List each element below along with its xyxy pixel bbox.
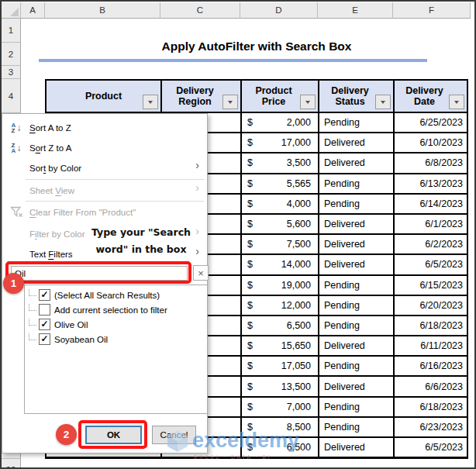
- column-header-d[interactable]: D: [240, 2, 318, 19]
- status-cell[interactable]: Delivered: [319, 438, 393, 457]
- price-cell[interactable]: $13,500: [242, 377, 318, 395]
- status-cell[interactable]: Pending: [319, 398, 393, 416]
- date-cell[interactable]: 6/10/2023: [395, 133, 467, 152]
- price-cell[interactable]: $17,050: [242, 357, 318, 375]
- status-cell[interactable]: Pending: [319, 195, 393, 213]
- column-header-c[interactable]: C: [160, 2, 240, 19]
- checkbox-checked-icon[interactable]: ✓: [39, 319, 50, 330]
- column-header-f[interactable]: F: [393, 2, 471, 19]
- status-cell[interactable]: Pending: [319, 174, 393, 193]
- status-cell[interactable]: Delivered: [319, 377, 393, 395]
- status-cell[interactable]: Delivered: [319, 153, 393, 172]
- date-cell[interactable]: 6/13/2023: [395, 174, 467, 193]
- menu-item-sort-z-to-a[interactable]: ZA↓ Sort Z to A: [3, 138, 206, 157]
- price-cell[interactable]: $19,000: [242, 276, 318, 295]
- filter-dropdown-button-product[interactable]: [143, 95, 158, 109]
- checkbox-unchecked-icon[interactable]: [39, 304, 50, 316]
- date-cell[interactable]: 6/23/2023: [395, 418, 467, 436]
- date-cell[interactable]: 6/25/2023: [395, 113, 467, 132]
- price-cell[interactable]: $12,000: [242, 296, 318, 315]
- status-cell[interactable]: Pending: [319, 113, 393, 132]
- status-cell[interactable]: Pending: [319, 316, 393, 335]
- column-header-e[interactable]: E: [318, 2, 393, 19]
- select-all-corner[interactable]: [2, 2, 21, 19]
- column-header-b[interactable]: B: [45, 2, 160, 19]
- status-value: Delivered: [324, 137, 365, 148]
- price-cell[interactable]: $4,000: [242, 195, 318, 213]
- status-cell[interactable]: Pending: [319, 296, 393, 315]
- date-cell[interactable]: 6/11/2023: [395, 336, 467, 355]
- price-cell[interactable]: $17,000: [242, 133, 318, 152]
- price-cell[interactable]: $5,600: [242, 215, 318, 233]
- cancel-button[interactable]: Cancel: [152, 426, 196, 444]
- row-header-4[interactable]: 4: [2, 79, 21, 113]
- price-cell[interactable]: $6,500: [242, 316, 318, 335]
- filter-dropdown-button-status[interactable]: [375, 95, 391, 109]
- date-cell[interactable]: 6/15/2023: [395, 276, 467, 295]
- checkbox-checked-icon[interactable]: ✓: [39, 289, 50, 301]
- dropdown-arrow-icon: [454, 101, 459, 104]
- header-delivery-region[interactable]: Delivery Region: [162, 81, 240, 112]
- row-header-1[interactable]: 1: [2, 19, 21, 43]
- row-header-3[interactable]: 3: [2, 66, 21, 79]
- menu-item-sort-by-color[interactable]: Sort by Color ›: [3, 158, 206, 178]
- row-header-2[interactable]: 2: [2, 43, 21, 66]
- checkbox-add-current-selection[interactable]: Add current selection to filter: [25, 302, 207, 317]
- date-cell[interactable]: 6/8/2023: [395, 153, 467, 172]
- filter-dropdown-button-region[interactable]: [222, 95, 238, 109]
- status-cell[interactable]: Pending: [319, 418, 393, 436]
- price-cell[interactable]: $7,000: [242, 398, 318, 416]
- status-cell[interactable]: Delivered: [319, 215, 393, 233]
- date-cell[interactable]: 6/5/2023: [395, 255, 467, 274]
- price-value: 4,000: [287, 198, 311, 209]
- price-cell[interactable]: $2,000: [242, 113, 318, 132]
- checkbox-olive-oil[interactable]: ✓ Olive Oil: [25, 317, 207, 332]
- price-cell[interactable]: $15,650: [242, 336, 318, 355]
- checkbox-label: Add current selection to filter: [54, 305, 167, 315]
- status-cell[interactable]: Delivered: [319, 133, 393, 152]
- status-cell[interactable]: Delivered: [319, 255, 393, 274]
- price-value: 5,565: [287, 178, 311, 189]
- row-header-21-partial[interactable]: [2, 453, 21, 459]
- checkbox-checked-icon[interactable]: ✓: [39, 333, 50, 345]
- date-cell[interactable]: 6/1/2023: [395, 215, 467, 233]
- status-cell[interactable]: Delivered: [319, 235, 393, 253]
- date-cell[interactable]: 6/14/2023: [395, 195, 467, 213]
- currency-symbol: $: [247, 300, 253, 311]
- header-product[interactable]: Product: [47, 81, 160, 112]
- filter-dropdown-button-date[interactable]: [449, 95, 464, 109]
- clear-search-button[interactable]: ×: [193, 265, 209, 281]
- date-cell[interactable]: 6/20/2023: [395, 296, 467, 315]
- date-cell[interactable]: 6/5/2023: [395, 438, 467, 457]
- price-value: 14,000: [281, 259, 311, 270]
- date-cell[interactable]: 6/18/2023: [395, 316, 467, 335]
- date-cell[interactable]: 6/6/2023: [395, 377, 467, 395]
- status-cell[interactable]: Pending: [319, 357, 393, 375]
- header-delivery-status[interactable]: Delivery Status: [319, 81, 393, 112]
- row-header-22-partial[interactable]: 22: [2, 459, 21, 469]
- checkbox-select-all-search-results[interactable]: ✓ (Select All Search Results): [25, 288, 207, 302]
- header-delivery-date[interactable]: Delivery Date: [395, 81, 467, 112]
- price-cell[interactable]: $14,000: [242, 255, 318, 274]
- tree-connector: [29, 333, 36, 340]
- ok-button[interactable]: OK: [85, 426, 142, 444]
- filter-dropdown-button-price[interactable]: [300, 95, 316, 109]
- date-cell[interactable]: 6/2/2023: [395, 235, 467, 253]
- column-header-a[interactable]: A: [21, 2, 45, 19]
- currency-symbol: $: [247, 219, 253, 229]
- date-cell[interactable]: 6/16/2023: [395, 357, 467, 375]
- price-cell[interactable]: $7,500: [242, 235, 318, 253]
- status-cell[interactable]: Pending: [319, 276, 393, 295]
- sort-za-icon: ZA↓: [3, 143, 29, 153]
- price-cell[interactable]: $8,500: [242, 418, 318, 436]
- dropdown-arrow-icon: [228, 101, 233, 104]
- menu-item-sort-a-to-z[interactable]: AZ↓ Sort A to Z: [3, 118, 206, 137]
- search-input[interactable]: Oil: [11, 266, 188, 281]
- header-product-price[interactable]: Product Price: [242, 81, 318, 112]
- checkbox-soyabean-oil[interactable]: ✓ Soyabean Oil: [25, 332, 207, 347]
- price-cell[interactable]: $3,500: [242, 153, 318, 172]
- date-cell[interactable]: 6/18/2023: [395, 398, 467, 416]
- price-cell[interactable]: $6,500: [242, 438, 318, 457]
- price-cell[interactable]: $5,565: [242, 174, 318, 193]
- status-cell[interactable]: Delivered: [319, 336, 393, 355]
